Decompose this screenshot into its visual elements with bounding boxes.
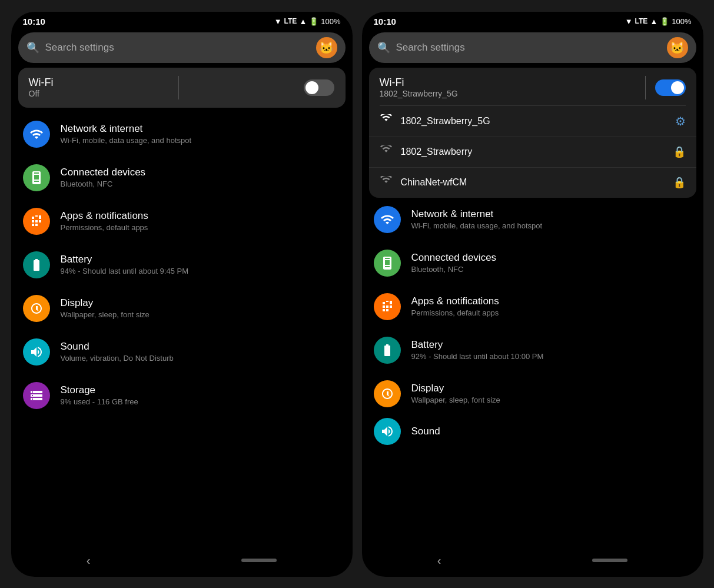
status-bar-left: 10:10 ▼ LTE ▲ 🔋 100% xyxy=(11,12,353,29)
wifi-top-row-right: Wi-Fi 1802_Strawberry_5G xyxy=(369,68,696,105)
wifi-net-item-0[interactable]: 1802_Strawberry_5G ⚙ xyxy=(369,106,696,137)
devices-text-left: Connected devices Bluetooth, NFC xyxy=(61,167,146,188)
display-title-left: Display xyxy=(61,297,150,309)
bottom-nav-left: ‹ xyxy=(11,549,353,577)
storage-title-left: Storage xyxy=(61,384,138,396)
status-icons-left: ▼ LTE ▲ 🔋 100% xyxy=(274,17,341,26)
setting-item-battery-right[interactable]: Battery 92% - Should last until about 10… xyxy=(362,328,703,372)
storage-subtitle-left: 9% used - 116 GB free xyxy=(61,397,138,406)
back-button-left[interactable]: ‹ xyxy=(87,554,91,567)
battery-icon-right xyxy=(374,337,401,364)
network-subtitle-right: Wi-Fi, mobile, data usage, and hotspot xyxy=(411,221,543,230)
wifi-full-card-right[interactable]: Wi-Fi 1802_Strawberry_5G 1802_Straw xyxy=(369,68,696,198)
battery-text-right: Battery 92% - Should last until about 10… xyxy=(411,339,544,361)
wifi-signal-low-icon xyxy=(380,176,393,190)
wifi-lock-icon-2: 🔒 xyxy=(673,176,686,189)
avatar-left[interactable]: 🐱 xyxy=(316,37,337,58)
setting-item-display-right[interactable]: Display Wallpaper, sleep, font size xyxy=(362,372,703,416)
setting-item-network-right[interactable]: Network & internet Wi-Fi, mobile, data u… xyxy=(362,198,703,241)
display-icon-left xyxy=(23,295,50,322)
bottom-nav-right: ‹ xyxy=(362,549,703,577)
time-left: 10:10 xyxy=(23,16,45,26)
devices-icon-left xyxy=(23,164,50,191)
setting-item-display-left[interactable]: Display Wallpaper, sleep, font size xyxy=(11,287,353,330)
back-button-right[interactable]: ‹ xyxy=(437,554,441,567)
network-icon-right xyxy=(374,206,401,233)
setting-item-apps-right[interactable]: Apps & notifications Permissions, defaul… xyxy=(362,285,703,328)
wifi-net-name-2: ChinaNet-wfCM xyxy=(401,177,665,188)
display-text-left: Display Wallpaper, sleep, font size xyxy=(61,297,150,319)
battery-pct-right: 100% xyxy=(672,17,691,26)
search-bar-left[interactable]: 🔍 Search settings 🐱 xyxy=(18,32,346,63)
wifi-title-right: Wi-Fi xyxy=(380,77,458,89)
apps-text-right: Apps & notifications Permissions, defaul… xyxy=(411,295,499,317)
wifi-subtitle-left: Off xyxy=(29,89,54,98)
storage-icon-left xyxy=(23,382,50,409)
setting-item-devices-left[interactable]: Connected devices Bluetooth, NFC xyxy=(11,156,353,200)
battery-title-left: Battery xyxy=(61,254,189,265)
search-placeholder-right: Search settings xyxy=(396,42,661,54)
battery-icon: 🔋 xyxy=(309,17,318,26)
setting-item-storage-left[interactable]: Storage 9% used - 116 GB free xyxy=(11,374,353,417)
wifi-toggle-right[interactable] xyxy=(655,79,686,96)
wifi-gear-icon: ⚙ xyxy=(675,114,686,128)
network-text-left: Network & internet Wi-Fi, mobile, data u… xyxy=(61,123,192,145)
wifi-info-left: Wi-Fi Off xyxy=(29,77,54,98)
home-indicator-right[interactable] xyxy=(592,559,627,562)
sound-subtitle-left: Volume, vibration, Do Not Disturb xyxy=(61,354,174,363)
status-icons-right: ▼ LTE ▲ 🔋 100% xyxy=(625,17,692,26)
apps-text-left: Apps & notifications Permissions, defaul… xyxy=(61,210,148,232)
display-icon-right xyxy=(374,380,401,407)
setting-item-sound-left[interactable]: Sound Volume, vibration, Do Not Disturb xyxy=(11,330,353,374)
setting-item-battery-left[interactable]: Battery 94% - Should last until about 9:… xyxy=(11,243,353,287)
phone-wrapper: 10:10 ▼ LTE ▲ 🔋 100% 🔍 Search settings 🐱… xyxy=(11,12,703,577)
storage-text-left: Storage 9% used - 116 GB free xyxy=(61,384,138,406)
setting-item-network-left[interactable]: Network & internet Wi-Fi, mobile, data u… xyxy=(11,112,353,156)
devices-title-left: Connected devices xyxy=(61,167,146,178)
wifi-info-right: Wi-Fi 1802_Strawberry_5G xyxy=(380,77,458,98)
battery-title-right: Battery xyxy=(411,339,544,351)
sound-icon-left xyxy=(23,338,50,366)
wifi-status-icon: ▼ xyxy=(274,17,282,26)
wifi-signal-full-icon xyxy=(380,114,393,128)
sound-title-left: Sound xyxy=(61,341,174,353)
apps-subtitle-right: Permissions, default apps xyxy=(411,308,499,317)
wifi-net-item-2[interactable]: ChinaNet-wfCM 🔒 xyxy=(369,168,696,198)
wifi-card-left[interactable]: Wi-Fi Off xyxy=(18,68,346,108)
wifi-lock-icon-1: 🔒 xyxy=(673,145,686,158)
network-title-left: Network & internet xyxy=(61,123,192,135)
avatar-right[interactable]: 🐱 xyxy=(667,37,688,58)
network-subtitle-left: Wi-Fi, mobile, data usage, and hotspot xyxy=(61,136,192,145)
wifi-net-name-0: 1802_Strawberry_5G xyxy=(401,116,667,127)
wifi-net-item-1[interactable]: 1802_Strawberry 🔒 xyxy=(369,137,696,168)
right-phone: 10:10 ▼ LTE ▲ 🔋 100% 🔍 Search settings 🐱… xyxy=(362,12,703,577)
battery-text-left: Battery 94% - Should last until about 9:… xyxy=(61,254,189,275)
wifi-divider-right xyxy=(645,76,646,99)
network-icon-left xyxy=(23,121,50,148)
battery-icon-right: 🔋 xyxy=(660,17,669,26)
sound-icon-right xyxy=(374,418,401,445)
battery-icon-left xyxy=(23,251,50,278)
apps-subtitle-left: Permissions, default apps xyxy=(61,223,148,232)
network-text-right: Network & internet Wi-Fi, mobile, data u… xyxy=(411,208,543,230)
wifi-title-left: Wi-Fi xyxy=(29,77,54,89)
home-indicator-left[interactable] xyxy=(241,559,277,562)
sound-text-left: Sound Volume, vibration, Do Not Disturb xyxy=(61,341,174,363)
wifi-networks-right: 1802_Strawberry_5G ⚙ 1802_Strawberry 🔒 C… xyxy=(369,106,696,198)
settings-list-left: Network & internet Wi-Fi, mobile, data u… xyxy=(11,112,353,549)
display-title-right: Display xyxy=(411,383,500,394)
setting-item-apps-left[interactable]: Apps & notifications Permissions, defaul… xyxy=(11,200,353,243)
settings-list-right: Network & internet Wi-Fi, mobile, data u… xyxy=(362,198,703,549)
apps-icon-left xyxy=(23,208,50,235)
status-bar-right: 10:10 ▼ LTE ▲ 🔋 100% xyxy=(362,12,703,29)
apps-title-right: Apps & notifications xyxy=(411,295,499,307)
search-icon-left: 🔍 xyxy=(26,41,39,54)
setting-item-sound-right[interactable]: Sound xyxy=(362,416,703,448)
setting-item-devices-right[interactable]: Connected devices Bluetooth, NFC xyxy=(362,241,703,285)
lte-icon: LTE xyxy=(284,17,297,25)
devices-icon-right xyxy=(374,250,401,277)
search-icon-right: 🔍 xyxy=(377,41,390,54)
search-bar-right[interactable]: 🔍 Search settings 🐱 xyxy=(369,32,696,63)
apps-title-left: Apps & notifications xyxy=(61,210,148,222)
wifi-toggle-left[interactable] xyxy=(304,79,334,96)
